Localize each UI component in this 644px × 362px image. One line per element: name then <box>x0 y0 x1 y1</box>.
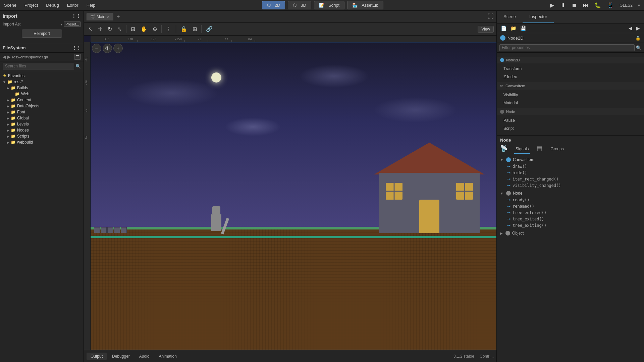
snap-tool[interactable]: ⊞ <box>129 25 137 33</box>
more-tool[interactable]: ⋮ <box>164 25 173 33</box>
signal-item-rect: item_rect_changed() <box>513 177 558 182</box>
fs-hamburger-button[interactable]: ☰ <box>74 54 81 60</box>
import-header: Import ⋮⋮ <box>3 13 81 19</box>
menu-help[interactable]: Help <box>85 2 97 8</box>
pivot-tool[interactable]: ⊕ <box>151 25 159 33</box>
tab-scene[interactable]: Scene <box>497 11 523 23</box>
rotate-tool[interactable]: ↻ <box>106 25 114 33</box>
filesystem-options-icon[interactable]: ⋮⋮ <box>72 45 81 50</box>
tab-groups[interactable]: Groups <box>549 145 565 154</box>
mode-2d-button[interactable]: ⬡ 2D <box>262 1 285 9</box>
search-icon[interactable]: 🔍 <box>75 64 81 69</box>
list-item[interactable]: ⇥ hide() <box>497 169 644 176</box>
import-options-icon[interactable]: ⋮⋮ <box>71 13 81 19</box>
play-button[interactable]: ▶ <box>548 1 556 9</box>
mode-3d-button[interactable]: ⬡ 3D <box>288 1 311 9</box>
list-item[interactable]: ▶ 📁 Levels <box>4 121 84 127</box>
folder-icon: 📁 <box>11 110 16 114</box>
tab-animation[interactable]: Animation <box>155 353 180 360</box>
list-item[interactable]: ▶ 📁 Content <box>4 97 84 103</box>
debug-button[interactable]: 🐛 <box>593 1 603 9</box>
list-item[interactable]: ▶ 📁 Font <box>4 109 84 115</box>
fs-item-root[interactable]: ▼ 📁 res:// <box>0 79 84 85</box>
inspector-open-file[interactable]: 📁 <box>509 25 518 32</box>
list-item[interactable]: ⇥ draw() <box>497 163 644 169</box>
zoom-reset-button[interactable]: ① <box>103 44 112 53</box>
list-item[interactable]: ▶ 📁 Nodes <box>4 127 84 133</box>
list-item[interactable]: ⇥ visibility_changed() <box>497 182 644 189</box>
mode-assetlib-button[interactable]: 🏪 AssetLib <box>347 1 383 9</box>
inspector-history-prev[interactable]: 📄 <box>499 25 508 32</box>
zoom-in-button[interactable]: + <box>113 44 123 53</box>
nav-back-button[interactable]: ◀ <box>627 25 634 32</box>
tab-inspector[interactable]: Inspector <box>523 11 554 23</box>
tab-output[interactable]: Output <box>87 353 107 360</box>
version-arrow[interactable]: ▾ <box>637 2 641 8</box>
tab-audio[interactable]: Audio <box>135 353 154 360</box>
menu-project[interactable]: Project <box>23 2 39 8</box>
list-item[interactable]: ▶ 📁 Builds <box>4 85 84 91</box>
node-group-header[interactable]: ▼ Node <box>497 190 644 197</box>
zoom-out-button[interactable]: − <box>92 44 101 53</box>
svg-text:-14: -14 <box>85 80 88 85</box>
lock-tool[interactable]: 🔒 <box>179 25 189 33</box>
list-item[interactable]: ▶ 📁 webbuild <box>4 139 84 145</box>
list-item[interactable]: ⇥ item_rect_changed() <box>497 176 644 182</box>
select-tool[interactable]: ↖ <box>87 25 94 33</box>
list-item[interactable]: ⇥ tree_exiting() <box>497 222 644 228</box>
filesystem-title: FileSystem <box>3 45 26 50</box>
deploy-button[interactable]: 📱 <box>605 1 615 9</box>
viewport[interactable]: 315 370 175 -150 -1 44 84 -48 -14 <box>84 36 496 350</box>
list-item[interactable]: 📁 Web <box>12 91 84 97</box>
search-icon[interactable]: 🔍 <box>636 45 641 50</box>
visibility-row: Visibility <box>497 91 644 99</box>
bone-tool[interactable]: 🔗 <box>204 25 214 33</box>
menu-scene[interactable]: Scene <box>3 2 18 8</box>
list-item[interactable]: ⇥ renamed() <box>497 203 644 209</box>
tab-debugger[interactable]: Debugger <box>108 353 134 360</box>
close-icon[interactable]: ✕ <box>107 15 110 19</box>
signal-tree-entered: tree_entered() <box>513 210 546 215</box>
reimport-button[interactable]: Reimport <box>22 30 62 38</box>
view-button[interactable]: View <box>478 26 494 33</box>
mode-script-button[interactable]: 📝 Script <box>314 1 344 9</box>
import-as-label: Import As: <box>3 22 21 27</box>
tab-main[interactable]: 🎬 Main ✕ <box>87 13 113 20</box>
list-item[interactable]: ▶ 📁 DataObjects <box>4 103 84 109</box>
list-item[interactable]: ⇥ ready() <box>497 197 644 203</box>
filesystem-favorites[interactable]: ★ Favorites: <box>0 72 84 79</box>
tab-signals[interactable]: Signals <box>514 145 530 154</box>
menu-editor[interactable]: Editor <box>66 2 80 8</box>
group-tool[interactable]: ⊞ <box>191 25 199 33</box>
pan-tool[interactable]: ✋ <box>139 25 149 33</box>
object-group-label: Object <box>512 231 524 236</box>
list-item[interactable]: ⇥ tree_entered() <box>497 209 644 216</box>
object-group-header[interactable]: ▶ Object <box>497 230 644 237</box>
inspector-panel: Scene Inspector 📄 📁 💾 ◀ ▶ Node2D 🔒 🔍 <box>496 11 644 362</box>
search-input[interactable] <box>3 63 74 69</box>
list-item[interactable]: ▶ 📁 Scripts <box>4 133 84 139</box>
lock-icon[interactable]: 🔒 <box>635 36 641 41</box>
list-item[interactable]: ▶ 📁 Global <box>4 115 84 121</box>
inspector-save[interactable]: 💾 <box>519 25 527 32</box>
fs-back-button[interactable]: ◀ <box>3 54 6 59</box>
folder-label: webbuild <box>17 140 33 145</box>
zindex-label: Z Index <box>503 74 547 79</box>
move-tool[interactable]: ✛ <box>96 25 104 33</box>
scale-tool[interactable]: ⤡ <box>116 25 123 33</box>
preset-dropdown[interactable]: Preset... <box>64 21 81 27</box>
fs-forward-button[interactable]: ▶ <box>7 54 11 59</box>
filter-input[interactable] <box>499 44 635 51</box>
stop-button[interactable]: ⏹ <box>570 1 579 9</box>
import-dropdown-arrow[interactable]: ▾ <box>61 22 62 26</box>
list-item[interactable]: ⇥ tree_exited() <box>497 216 644 222</box>
pause-button[interactable]: ⏸ <box>558 1 567 9</box>
menu-debug[interactable]: Debug <box>45 2 60 8</box>
add-tab-button[interactable]: + <box>115 14 122 20</box>
maximize-button[interactable]: ⛶ <box>488 13 494 20</box>
zindex-row: Z Index <box>497 73 644 81</box>
nav-forward-button[interactable]: ▶ <box>635 25 641 32</box>
step-button[interactable]: ⏭ <box>581 1 590 9</box>
folder-icon: 📁 <box>11 98 16 102</box>
canvasitem-group-header[interactable]: ▼ CanvasItem <box>497 156 644 163</box>
